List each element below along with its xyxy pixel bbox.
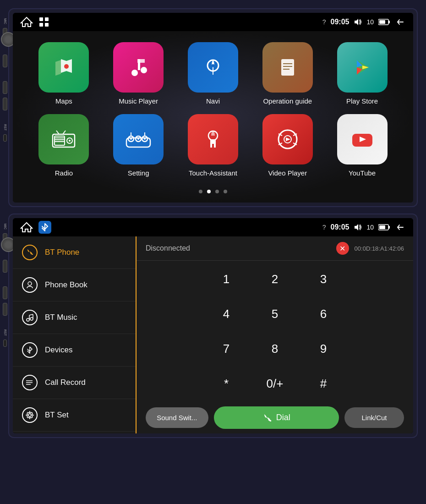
app-video-player[interactable]: Video Player [258, 114, 317, 177]
status-right-2: ? 09:05 10 [322, 223, 406, 232]
app-radio[interactable]: Radio [34, 114, 93, 177]
back-arrow-icon[interactable] [395, 17, 406, 27]
connection-bar: Disconnected ✕ 00:0D:18:A1:42:06 [137, 236, 413, 261]
maps-label: Maps [55, 97, 72, 105]
volume-level: 10 [366, 18, 374, 26]
link-cut-btn[interactable]: Link/Cut [344, 407, 404, 428]
devices-icon [22, 342, 38, 358]
sound-switch-btn[interactable]: Sound Swit... [146, 407, 208, 428]
home-icon-2[interactable] [20, 222, 33, 233]
phone-book-label: Phone Book [45, 280, 87, 290]
svg-marker-53 [21, 223, 32, 232]
svg-point-15 [212, 64, 214, 67]
rst-btn[interactable] [3, 134, 7, 142]
sidebar-devices[interactable]: Devices [13, 334, 136, 367]
vol-down-btn[interactable] [3, 98, 7, 110]
svg-line-62 [29, 314, 33, 315]
svg-rect-57 [379, 225, 385, 229]
dot-3[interactable] [215, 190, 219, 193]
rst-btn-2[interactable] [3, 340, 7, 347]
svg-point-31 [69, 140, 71, 142]
sidebar-call-record[interactable]: Call Record [13, 367, 136, 399]
sidebar-phone-book[interactable]: Phone Book [13, 269, 136, 301]
dial-key-hash[interactable]: # [303, 370, 344, 397]
battery-icon-2 [378, 224, 390, 230]
dial-key-6[interactable]: 6 [303, 300, 344, 328]
svg-marker-54 [355, 224, 358, 230]
app-music-player[interactable]: Music Player [109, 42, 168, 105]
sidebar-bt-music[interactable]: BT Music [13, 301, 136, 334]
home-icon[interactable] [20, 16, 33, 27]
back-arrow-icon-2[interactable] [395, 223, 406, 232]
svg-marker-46 [286, 137, 290, 141]
list-icon [26, 378, 33, 387]
sidebar-bt-set[interactable]: BT Set [13, 399, 136, 432]
app-maps[interactable]: Maps [34, 42, 93, 105]
connection-status: Disconnected [146, 244, 190, 252]
svg-rect-56 [388, 226, 390, 229]
svg-rect-4 [45, 23, 49, 27]
mic-label-2: MIC [4, 224, 7, 230]
devices-label: Devices [45, 345, 72, 355]
dot-1[interactable] [199, 190, 202, 193]
navi-label: Navi [206, 97, 220, 105]
back-btn[interactable] [3, 55, 7, 67]
dial-key-5[interactable]: 5 [254, 300, 295, 328]
radio-svg [50, 128, 77, 151]
status-bar-1: ? 09:05 10 [13, 13, 413, 31]
svg-rect-3 [39, 23, 43, 27]
dialpad-grid: 1 2 3 4 5 6 7 8 9 * 0/+ # [206, 265, 344, 397]
vol-down-btn-2[interactable] [3, 303, 7, 316]
radio-label: Radio [55, 169, 73, 177]
bt-sidebar: BT Phone Phone Book [13, 236, 137, 433]
status-left-1 [20, 16, 49, 27]
app-navi[interactable]: Navi [183, 42, 243, 105]
dial-key-2[interactable]: 2 [254, 265, 295, 293]
dot-2[interactable] [207, 190, 211, 193]
youtube-svg [350, 127, 374, 151]
svg-rect-2 [45, 17, 49, 21]
opguide-icon [262, 42, 313, 93]
app-operation-guide[interactable]: Operation guide [258, 42, 317, 105]
app-youtube[interactable]: YouTube [333, 114, 392, 177]
bluetooth-icon [26, 346, 34, 354]
dial-key-4[interactable]: 4 [206, 300, 247, 328]
music-icon [113, 42, 164, 93]
sidebar-bt-phone[interactable]: BT Phone [13, 236, 136, 269]
dial-key-7[interactable]: 7 [206, 335, 247, 362]
dial-key-3[interactable]: 3 [303, 265, 344, 293]
dial-label: Dial [276, 413, 290, 422]
youtube-icon [337, 114, 388, 164]
bt-set-icon [22, 407, 38, 423]
back-btn-2[interactable] [3, 260, 7, 273]
playstore-icon [337, 42, 388, 93]
touch-label: Touch-Assistant [189, 169, 237, 177]
svg-rect-17 [281, 59, 294, 76]
vol-up-btn[interactable] [3, 81, 7, 94]
page-dots [27, 186, 399, 195]
svg-rect-1 [39, 17, 43, 21]
music-svg [126, 55, 150, 79]
svg-point-36 [130, 138, 132, 140]
bt-main: Disconnected ✕ 00:0D:18:A1:42:06 1 2 3 4… [137, 236, 413, 433]
dial-btn[interactable]: Dial [214, 406, 339, 429]
close-connection-btn[interactable]: ✕ [336, 242, 349, 255]
screen-1: ? 09:05 10 [13, 13, 413, 203]
svg-point-59 [27, 318, 29, 321]
apps-icon[interactable] [38, 16, 49, 27]
app-setting[interactable]: Setting [109, 114, 168, 177]
time-display-2: 09:05 [331, 223, 350, 231]
dial-key-star[interactable]: * [206, 370, 247, 397]
vol-up-btn-2[interactable] [3, 286, 7, 299]
dial-key-1[interactable]: 1 [206, 265, 247, 293]
dot-4[interactable] [224, 190, 227, 193]
app-row-2: Radio [27, 114, 399, 177]
dial-key-9[interactable]: 9 [303, 335, 344, 362]
device-panel-2: MIC RST ? [8, 214, 418, 438]
app-play-store[interactable]: Play Store [333, 42, 392, 105]
dial-key-8[interactable]: 8 [254, 335, 295, 362]
rst-label-2: RST [4, 329, 7, 336]
bt-phone-label: BT Phone [45, 248, 79, 257]
dial-key-0[interactable]: 0/+ [254, 370, 295, 397]
app-touch-assistant[interactable]: Touch-Assistant [183, 114, 243, 177]
